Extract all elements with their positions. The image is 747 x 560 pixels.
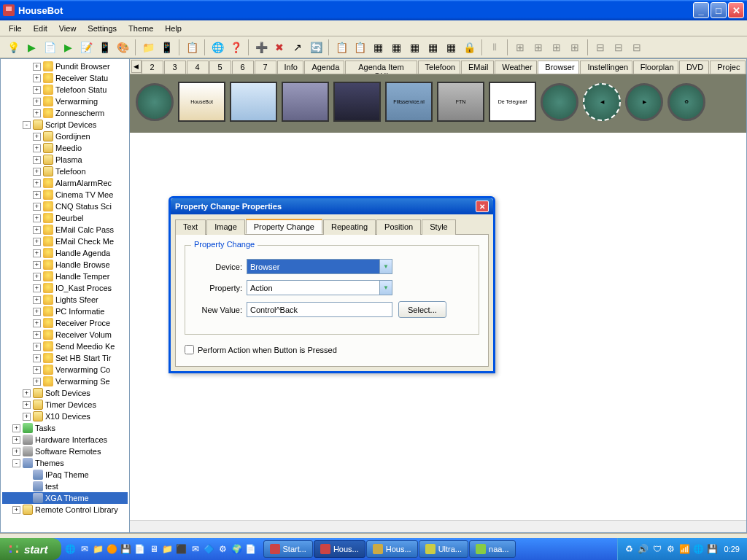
dialog-titlebar[interactable]: Property Change Properties ✕ <box>171 198 493 214</box>
ql-icon[interactable]: 📄 <box>244 542 258 556</box>
expand-icon[interactable]: + <box>33 378 41 386</box>
expand-icon[interactable]: + <box>33 156 41 164</box>
menu-file[interactable]: File <box>3 22 28 35</box>
edit-icon[interactable]: 📝 <box>77 39 95 56</box>
taskbar-button[interactable]: Hous... <box>314 540 365 558</box>
tree-item[interactable]: +EMail Calc Pass <box>2 224 128 236</box>
thumbnail[interactable] <box>333 82 381 122</box>
expand-icon[interactable]: + <box>33 296 41 304</box>
tray-icon[interactable]: ⚙ <box>665 543 677 555</box>
menu-settings[interactable]: Settings <box>82 22 123 35</box>
thumbnail[interactable] <box>230 82 277 122</box>
expand-icon[interactable]: + <box>33 203 41 211</box>
tray-icon[interactable]: 🌐 <box>693 543 705 555</box>
menu-help[interactable]: Help <box>159 22 187 35</box>
tree-item[interactable]: +Verwarming Se <box>2 376 128 387</box>
tree-item[interactable]: +Receiver Statu <box>2 72 128 84</box>
expand-icon[interactable]: + <box>33 86 41 94</box>
tree-item[interactable]: +X10 Devices <box>2 411 128 422</box>
tree-item[interactable]: +Pundit Browser <box>2 61 128 72</box>
layer1-icon[interactable]: ▦ <box>369 39 387 56</box>
bulb-icon[interactable]: 💡 <box>4 39 22 56</box>
expand-icon[interactable]: + <box>33 319 41 327</box>
tab-4[interactable]: 4 <box>187 61 209 74</box>
ql-icon[interactable]: 💾 <box>120 542 133 556</box>
expand-icon[interactable]: + <box>33 238 41 246</box>
layer5-icon[interactable]: ▦ <box>442 39 460 56</box>
paste-icon[interactable]: 📋 <box>351 39 368 56</box>
tab-5[interactable]: 5 <box>209 61 231 74</box>
expand-icon[interactable]: + <box>33 63 41 71</box>
start-button[interactable]: start <box>0 538 61 560</box>
tab-floorplan[interactable]: Floorplan <box>633 61 678 74</box>
paper-icon[interactable]: 📄 <box>41 39 58 56</box>
tree-item[interactable]: +Meedio <box>2 142 128 154</box>
tab-projec[interactable]: Projec <box>710 61 746 74</box>
calc-icon[interactable]: 📱 <box>158 39 175 56</box>
tab-3[interactable]: 3 <box>164 61 186 74</box>
align3-icon[interactable]: ⊞ <box>530 39 547 56</box>
tree-item[interactable]: +Software Remotes <box>2 446 128 457</box>
expand-icon[interactable]: + <box>12 424 20 432</box>
tab-image[interactable]: Image <box>206 219 245 235</box>
tab-telefoon[interactable]: Telefoon <box>418 61 460 74</box>
expand-icon[interactable]: - <box>23 121 31 129</box>
expand-icon[interactable]: + <box>33 179 41 187</box>
tray-icon[interactable]: 💾 <box>707 543 719 555</box>
ql-icon[interactable]: ⚙ <box>217 542 230 556</box>
content-hscroll[interactable] <box>130 520 746 532</box>
lock-icon[interactable]: 🔒 <box>460 39 478 56</box>
newvalue-input[interactable] <box>247 302 392 317</box>
size2-icon[interactable]: ⊟ <box>610 39 627 56</box>
taskbar-button[interactable]: naa... <box>469 540 516 558</box>
tree-item[interactable]: +Remote Control Library <box>2 504 128 516</box>
menu-theme[interactable]: Theme <box>123 22 159 35</box>
tab-dvd[interactable]: DVD <box>679 61 709 74</box>
tab-6[interactable]: 6 <box>232 61 254 74</box>
taskbar-button[interactable]: Start... <box>263 540 313 558</box>
tree-item[interactable]: -Script Devices <box>2 119 128 131</box>
menu-view[interactable]: View <box>53 22 82 35</box>
thumbnail[interactable]: ♻ <box>667 83 705 121</box>
tab-property-change[interactable]: Property Change <box>246 219 322 234</box>
layer2-icon[interactable]: ▦ <box>387 39 405 56</box>
expand-icon[interactable]: + <box>33 98 41 106</box>
tree-item[interactable]: +EMail Check Me <box>2 236 128 247</box>
tray-icon[interactable]: 🔊 <box>638 543 649 555</box>
expand-icon[interactable]: + <box>33 366 41 374</box>
thumbnail[interactable] <box>282 82 329 122</box>
thumbnail[interactable] <box>541 83 578 121</box>
tree-item[interactable]: +AlarmAlarmRec <box>2 177 128 189</box>
ql-icon[interactable]: ⬛ <box>175 542 188 556</box>
expand-icon[interactable]: + <box>33 144 41 152</box>
device-select[interactable]: Browser ▼ <box>247 259 392 274</box>
expand-icon[interactable]: + <box>23 389 31 397</box>
thumbnail[interactable]: Flitsservice.nl <box>385 82 433 122</box>
layer3-icon[interactable]: ▦ <box>406 39 423 56</box>
thumbnail[interactable]: ◀ <box>583 83 621 121</box>
expand-icon[interactable]: + <box>33 249 41 257</box>
ql-ie-icon[interactable]: 🌐 <box>64 542 77 556</box>
tree-item[interactable]: test <box>2 481 128 492</box>
theme-icon[interactable]: 🎨 <box>114 39 131 56</box>
layer4-icon[interactable]: ▦ <box>424 39 441 56</box>
tree-item[interactable]: +Verwarming <box>2 96 128 107</box>
tree-item[interactable]: +Lights Sfeer <box>2 294 128 306</box>
tree-item[interactable]: +PC Informatie <box>2 306 128 317</box>
folder-icon[interactable]: 📁 <box>139 39 157 56</box>
thumbnail[interactable]: De Telegraaf <box>489 82 536 122</box>
tab-style[interactable]: Style <box>422 219 455 235</box>
minimize-button[interactable]: _ <box>693 2 709 18</box>
doc-icon[interactable]: 📋 <box>183 39 201 56</box>
thumbnail[interactable] <box>136 83 174 121</box>
ql-icon[interactable]: 📁 <box>161 542 174 556</box>
close-button[interactable]: ✕ <box>728 2 744 18</box>
tree-item[interactable]: +Timer Devices <box>2 399 128 411</box>
tree-item[interactable]: +Deurbel <box>2 212 128 224</box>
expand-icon[interactable]: + <box>33 214 41 222</box>
expand-icon[interactable]: + <box>23 401 31 409</box>
expand-icon[interactable]: + <box>33 284 41 292</box>
refresh-icon[interactable]: 🔄 <box>307 39 325 56</box>
ql-icon[interactable]: 📄 <box>133 542 147 556</box>
expand-icon[interactable]: + <box>33 354 41 362</box>
